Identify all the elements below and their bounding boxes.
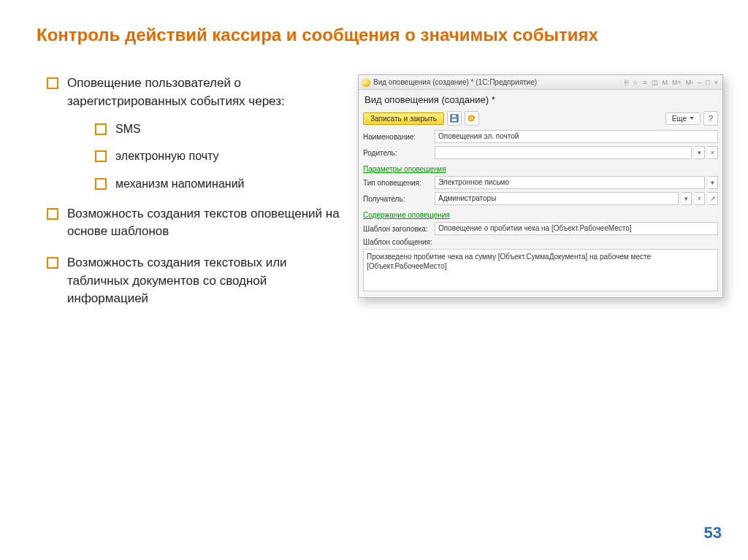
open-icon[interactable]: ↗ [708,192,718,205]
parent-input[interactable] [435,146,692,159]
window-title: Вид оповещения (создание) * (1С:Предприя… [373,78,623,86]
titlebar-icon[interactable]: ◫ [650,79,660,86]
save-button[interactable] [447,111,462,126]
template-msg-input[interactable]: Произведено пробитие чека на сумму [Объе… [363,249,718,291]
bullet-item: Оповещение пользователей о зарегистриров… [44,74,343,192]
name-label: Наименование: [363,133,432,141]
more-button[interactable]: Еще [665,112,701,125]
clear-icon[interactable]: × [708,146,718,159]
parent-label: Родитель: [363,149,432,157]
bullet-item: Возможность создания текстов оповещений … [44,205,343,241]
form-title: Вид оповещения (создание) * [359,90,722,108]
type-input[interactable]: Электронное письмо [435,176,705,189]
extra-action-button[interactable] [465,111,479,126]
titlebar-icon[interactable]: ☆ [631,79,640,86]
screenshot-column: Вид оповещения (создание) * (1С:Предприя… [343,74,733,298]
clear-icon[interactable]: × [695,192,705,205]
svg-point-3 [468,115,474,121]
recipient-row: Получатель: Администраторы ▾ × ↗ [359,191,722,207]
bullet-item: Возможность создания текстовых или табли… [44,254,343,308]
title-bar: Вид оповещения (создание) * (1С:Предприя… [359,75,722,90]
chevron-down-icon[interactable]: ▾ [695,146,705,159]
close-icon[interactable]: × [713,79,720,86]
bullet-sub-item: электронную почту [92,147,343,164]
name-row: Наименование: Оповещения эл. почтой [359,129,722,145]
type-row: Тип оповещения: Электронное письмо ▾ [359,174,722,191]
template-title-row: Шаблон заголовка: Оповещение о пробитии … [359,220,722,237]
svg-rect-2 [452,115,456,118]
app-icon [362,78,370,87]
bullet-list-column: Оповещение пользователей о зарегистриров… [44,74,343,321]
bullet-sub-item: SMS [92,120,343,137]
template-msg-label-row: Шаблон сообщения: [359,237,722,248]
bullet-sub-item: механизм напоминаний [92,175,343,192]
titlebar-icon[interactable]: M- [684,79,695,86]
recipient-label: Получатель: [363,195,432,203]
window-controls: ⎘ ☆ ≡ ◫ M M+ M- – □ × [623,79,720,86]
page-number: 53 [704,523,722,542]
maximize-icon[interactable]: □ [704,79,711,86]
titlebar-icon[interactable]: ⎘ [623,79,630,86]
chevron-down-icon[interactable]: ▾ [708,176,718,189]
minimize-icon[interactable]: – [696,79,703,86]
type-label: Тип оповещения: [363,179,432,187]
slide-title: Контроль действий кассира и сообщения о … [0,0,748,45]
template-title-input[interactable]: Оповещение о пробитии чека на [Объект.Ра… [435,222,718,235]
app-window: Вид оповещения (создание) * (1С:Предприя… [358,74,723,298]
section-params: Параметры оповещения [359,161,722,174]
titlebar-icon[interactable]: M [661,79,670,86]
titlebar-icon[interactable]: ≡ [641,79,648,86]
name-input[interactable]: Оповещения эл. почтой [435,130,718,143]
toolbar: Записать и закрыть Еще ? [359,108,722,129]
content-row: Оповещение пользователей о зарегистриров… [0,45,748,321]
parent-row: Родитель: ▾ × [359,145,722,161]
svg-rect-1 [452,119,457,121]
template-title-label: Шаблон заголовка: [363,225,432,233]
titlebar-icon[interactable]: M+ [671,79,683,86]
bullet-text: Оповещение пользователей о зарегистриров… [67,76,285,108]
help-button[interactable]: ? [703,111,718,126]
template-msg-label: Шаблон сообщения: [363,238,432,246]
section-content: Содержание оповещения [359,207,722,220]
recipient-input[interactable]: Администраторы [435,192,679,205]
save-and-close-button[interactable]: Записать и закрыть [363,112,444,125]
chevron-down-icon[interactable]: ▾ [682,192,692,205]
